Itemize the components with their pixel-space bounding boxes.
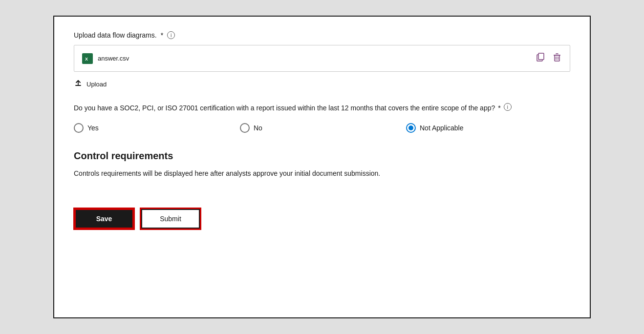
radio-not-applicable-circle[interactable] (406, 123, 416, 133)
file-box: X answer.csv (74, 45, 570, 72)
file-name: answer.csv (98, 55, 129, 62)
file-actions (536, 52, 562, 64)
excel-file-icon: X (82, 53, 93, 64)
control-requirements-description: Controls requirements will be displayed … (74, 168, 570, 179)
submit-button[interactable]: Submit (141, 209, 200, 229)
radio-option-not-applicable[interactable]: Not Applicable (406, 123, 464, 133)
question-required-star: * (498, 103, 500, 113)
upload-section-label: Upload data flow diagrams. * i (74, 31, 570, 39)
button-row: Save Submit (74, 208, 570, 230)
radio-not-applicable-label: Not Applicable (420, 124, 464, 132)
upload-required-star: * (161, 31, 163, 39)
upload-arrow-icon (74, 79, 83, 89)
save-button[interactable]: Save (75, 209, 133, 229)
question-text: Do you have a SOC2, PCI, or ISO 27001 ce… (74, 103, 495, 113)
radio-no-circle[interactable] (240, 123, 250, 133)
radio-yes-label: Yes (87, 124, 99, 132)
copy-icon[interactable] (536, 52, 545, 64)
upload-button[interactable]: Upload (86, 81, 107, 88)
main-container: Upload data flow diagrams. * i X answer.… (53, 16, 591, 318)
control-requirements-section: Control requirements Controls requiremen… (74, 150, 570, 179)
file-left: X answer.csv (82, 53, 129, 64)
radio-option-no[interactable]: No (240, 123, 406, 133)
submit-button-wrapper: Submit (140, 208, 201, 230)
upload-label-text: Upload data flow diagrams. (74, 31, 157, 39)
svg-text:X: X (85, 57, 88, 62)
delete-icon[interactable] (552, 52, 562, 64)
radio-group: Yes No Not Applicable (74, 123, 570, 133)
svg-rect-3 (538, 53, 544, 60)
radio-yes-circle[interactable] (74, 123, 84, 133)
radio-no-label: No (254, 124, 262, 132)
question-label: Do you have a SOC2, PCI, or ISO 27001 ce… (74, 103, 570, 113)
upload-row: Upload (74, 79, 570, 89)
control-requirements-title: Control requirements (74, 150, 570, 162)
svg-rect-4 (555, 55, 559, 61)
radio-option-yes[interactable]: Yes (74, 123, 240, 133)
question-info-icon[interactable]: i (504, 103, 512, 111)
radio-not-applicable-dot (408, 125, 413, 130)
upload-info-icon[interactable]: i (167, 31, 175, 39)
save-button-wrapper: Save (74, 208, 134, 230)
